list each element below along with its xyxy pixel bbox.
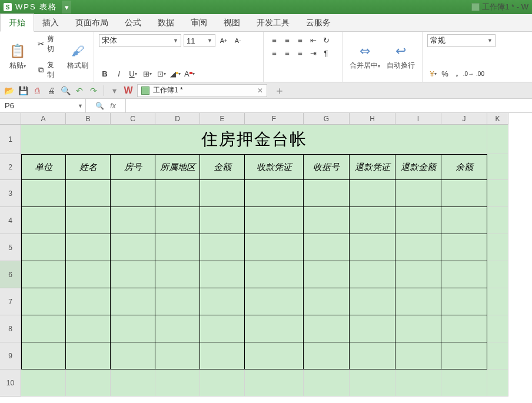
- home-dropdown[interactable]: ▾: [109, 85, 119, 96]
- align-top-center[interactable]: ≡: [281, 34, 293, 46]
- cell-F4[interactable]: [245, 207, 304, 234]
- row-header-4[interactable]: 4: [0, 207, 21, 234]
- wps-w-icon[interactable]: W: [123, 85, 134, 96]
- bold-button[interactable]: B: [99, 68, 111, 79]
- rtl-button[interactable]: ¶: [320, 47, 332, 59]
- cell-D7[interactable]: [155, 288, 200, 315]
- align-top-left[interactable]: ≡: [268, 34, 280, 46]
- row-header-7[interactable]: 7: [0, 288, 21, 315]
- cell-D4[interactable]: [155, 207, 200, 234]
- row-header-9[interactable]: 9: [0, 342, 21, 369]
- cell-D3[interactable]: [155, 180, 200, 207]
- cell-K4[interactable]: [487, 207, 508, 234]
- menu-tab-0[interactable]: 开始: [0, 14, 34, 32]
- cell-B10[interactable]: [66, 369, 111, 397]
- header-cell-6[interactable]: 收据号: [304, 154, 350, 180]
- fill-color-button[interactable]: ◢▾: [169, 68, 181, 79]
- cell-A8[interactable]: [21, 315, 66, 342]
- header-cell-1[interactable]: 姓名: [66, 154, 111, 180]
- preview-icon[interactable]: 🔍: [60, 85, 71, 96]
- font-size-combo[interactable]: 11▼: [184, 34, 215, 47]
- cell-C9[interactable]: [111, 342, 155, 369]
- cell-E10[interactable]: [200, 369, 245, 397]
- close-tab-icon[interactable]: ✕: [257, 86, 263, 95]
- row-header-2[interactable]: 2: [0, 154, 21, 180]
- align-left[interactable]: ≡: [268, 47, 280, 59]
- increase-font-button[interactable]: A+: [218, 35, 230, 46]
- header-cell-7[interactable]: 退款凭证: [350, 154, 395, 180]
- row-header-3[interactable]: 3: [0, 180, 21, 207]
- cell-G10[interactable]: [304, 369, 350, 397]
- fx-icon[interactable]: fx: [110, 102, 115, 110]
- cell-A5[interactable]: [21, 234, 66, 261]
- document-tab[interactable]: 工作簿1 * ✕: [137, 84, 267, 97]
- fill-inner-button[interactable]: ⊡▾: [155, 68, 167, 79]
- header-cell-0[interactable]: 单位: [21, 154, 66, 180]
- cell-A4[interactable]: [21, 207, 66, 234]
- cell-D10[interactable]: [155, 369, 200, 397]
- cell-A6[interactable]: [21, 261, 66, 288]
- print-icon[interactable]: 🖨: [46, 85, 56, 96]
- cell-F9[interactable]: [245, 342, 304, 369]
- number-format-combo[interactable]: 常规▼: [427, 34, 496, 47]
- cell-C10[interactable]: [111, 369, 155, 397]
- cell-C3[interactable]: [111, 180, 155, 207]
- paste-button[interactable]: 📋 粘贴▾: [5, 34, 30, 79]
- format-painter-button[interactable]: 🖌 格式刷: [66, 34, 89, 79]
- menu-tab-8[interactable]: 云服务: [298, 14, 339, 31]
- italic-button[interactable]: I: [113, 68, 125, 79]
- cell-E3[interactable]: [200, 180, 245, 207]
- cell-H3[interactable]: [350, 180, 395, 207]
- cell-K1[interactable]: [487, 125, 508, 154]
- header-cell-5[interactable]: 收款凭证: [245, 154, 304, 180]
- col-header-I[interactable]: I: [395, 113, 441, 125]
- font-color-button[interactable]: A▾: [184, 68, 195, 79]
- cell-J3[interactable]: [441, 180, 487, 207]
- cell-E5[interactable]: [200, 234, 245, 261]
- cell-I10[interactable]: [395, 369, 441, 397]
- cell-C6[interactable]: [111, 261, 155, 288]
- save-icon[interactable]: 💾: [18, 85, 28, 96]
- cell-K7[interactable]: [487, 288, 508, 315]
- cell-E7[interactable]: [200, 288, 245, 315]
- cell-F7[interactable]: [245, 288, 304, 315]
- cell-I9[interactable]: [395, 342, 441, 369]
- menu-tab-4[interactable]: 数据: [149, 14, 182, 31]
- row-header-8[interactable]: 8: [0, 315, 21, 342]
- cell-F5[interactable]: [245, 234, 304, 261]
- cell-I5[interactable]: [395, 234, 441, 261]
- cell-A7[interactable]: [21, 288, 66, 315]
- cell-E4[interactable]: [200, 207, 245, 234]
- header-cell-8[interactable]: 退款金额: [395, 154, 441, 180]
- name-box[interactable]: P6 ▼: [0, 99, 86, 112]
- cell-H10[interactable]: [350, 369, 395, 397]
- cell-F3[interactable]: [245, 180, 304, 207]
- copy-button[interactable]: ⧉复制: [35, 59, 62, 81]
- cell-J4[interactable]: [441, 207, 487, 234]
- col-header-J[interactable]: J: [441, 113, 487, 125]
- col-header-F[interactable]: F: [245, 113, 304, 125]
- percent-button[interactable]: %: [439, 68, 451, 79]
- header-cell-3[interactable]: 所属地区: [155, 154, 200, 180]
- spreadsheet-grid[interactable]: ABCDEFGHIJK 12345678910 住房押金台帐单位姓名房号所属地区…: [0, 113, 532, 403]
- cell-E6[interactable]: [200, 261, 245, 288]
- col-header-A[interactable]: A: [21, 113, 66, 125]
- cell-G7[interactable]: [304, 288, 350, 315]
- align-right[interactable]: ≡: [294, 47, 306, 59]
- cell-D6[interactable]: [155, 261, 200, 288]
- fx-search-icon[interactable]: 🔍: [95, 102, 104, 110]
- cell-G6[interactable]: [304, 261, 350, 288]
- cell-C8[interactable]: [111, 315, 155, 342]
- cell-B3[interactable]: [66, 180, 111, 207]
- col-header-G[interactable]: G: [304, 113, 350, 125]
- cell-I3[interactable]: [395, 180, 441, 207]
- cell-K3[interactable]: [487, 180, 508, 207]
- open-icon[interactable]: 📂: [4, 85, 14, 96]
- header-cell-2[interactable]: 房号: [111, 154, 155, 180]
- merge-center-button[interactable]: ⇔ 合并居中▾: [347, 34, 382, 79]
- cell-K2[interactable]: [487, 154, 508, 180]
- align-center[interactable]: ≡: [281, 47, 293, 59]
- indent-decrease[interactable]: ⇤: [307, 34, 319, 46]
- cell-C4[interactable]: [111, 207, 155, 234]
- app-menu-dropdown[interactable]: ▾: [62, 1, 71, 14]
